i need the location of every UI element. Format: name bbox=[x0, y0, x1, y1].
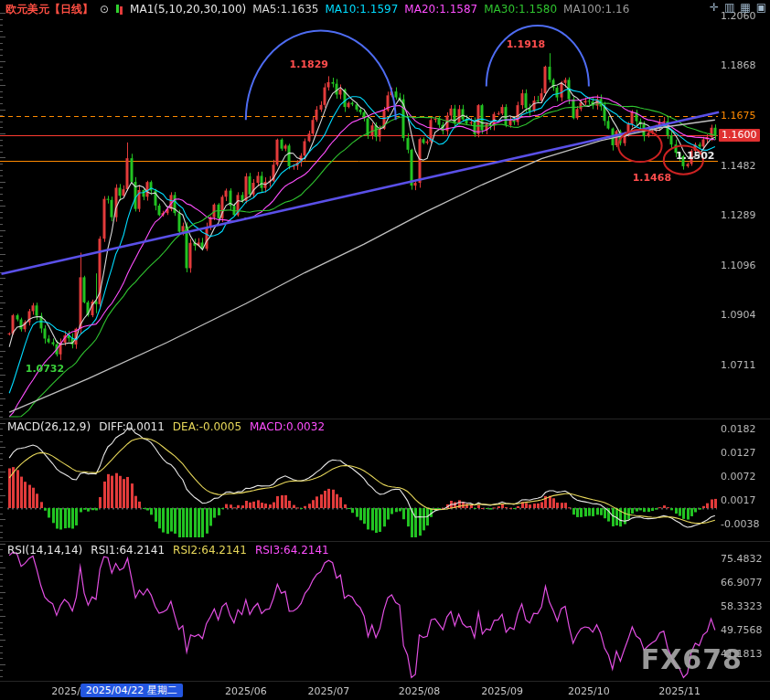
time-axis-label: 2025/06 bbox=[225, 685, 267, 697]
ma-group-label: MA1(5,10,20,30,100) bbox=[130, 3, 246, 16]
chart-application-window: 欧元美元【日线】 ⊙ MA1(5,10,20,30,100) MA5:1.163… bbox=[0, 0, 770, 700]
last-price-tag: 1.1600 bbox=[719, 129, 760, 142]
chart-header: 欧元美元【日线】 ⊙ MA1(5,10,20,30,100) MA5:1.163… bbox=[5, 2, 629, 16]
rsi-axis-label: 66.9077 bbox=[721, 578, 763, 589]
price-annotation: 1.1468 bbox=[633, 172, 671, 184]
price-annotation: 1.1502 bbox=[676, 150, 714, 162]
selected-date-label: 2025/04/22 星期二 bbox=[80, 684, 183, 697]
ma20-value: MA20:1.1587 bbox=[404, 3, 477, 16]
price-axis-label: 1.1868 bbox=[721, 60, 756, 71]
rsi-params-label: RSI(14,14,14) bbox=[7, 544, 82, 557]
ma5-value: MA5:1.1635 bbox=[252, 3, 318, 16]
candlestick-icon bbox=[115, 4, 123, 15]
price-axis-label: 1.1289 bbox=[721, 210, 756, 221]
rsi-header: RSI(14,14,14) RSI1:64.2141 RSI2:64.2141 … bbox=[7, 544, 329, 557]
macd-axis-label: 0.0127 bbox=[721, 448, 756, 459]
price-axis-label: 1.0904 bbox=[721, 310, 756, 321]
price-annotation: 1.1829 bbox=[290, 58, 328, 69]
time-axis-label: 2025/08 bbox=[399, 685, 441, 697]
macd-axis-label: 0.0182 bbox=[721, 424, 756, 435]
macd-diff-value: DIFF:0.0011 bbox=[99, 420, 165, 433]
ma30-value: MA30:1.1580 bbox=[484, 3, 557, 16]
price-axis-label: 1.1675 bbox=[721, 111, 756, 122]
time-axis-label: 2025/10 bbox=[568, 685, 610, 697]
rsi3-value: RSI3:64.2141 bbox=[255, 544, 329, 557]
rsi2-value: RSI2:64.2141 bbox=[173, 544, 247, 557]
price-annotation: 1.0732 bbox=[26, 363, 64, 375]
price-axis-label: 1.1096 bbox=[721, 260, 756, 271]
macd-axis-label: 0.0017 bbox=[721, 495, 756, 506]
macd-header: MACD(26,12,9) DIFF:0.0011 DEA:-0.0005 MA… bbox=[7, 420, 325, 433]
time-axis-label: 2025/07 bbox=[307, 685, 349, 697]
time-axis-label: 2025/09 bbox=[481, 685, 523, 697]
price-axis-label: 1.1482 bbox=[721, 161, 756, 172]
symbol-title[interactable]: 欧元美元【日线】 bbox=[5, 2, 93, 17]
rsi1-value: RSI1:64.2141 bbox=[91, 544, 165, 557]
price-axis-label: 1.0711 bbox=[721, 360, 756, 371]
macd-hist-value: MACD:0.0032 bbox=[250, 420, 325, 433]
candle-bar-down bbox=[116, 5, 119, 13]
rsi-axis-label: 49.7568 bbox=[721, 625, 763, 636]
columns-icon[interactable]: ▥ bbox=[724, 1, 734, 14]
price-annotation: 1.1918 bbox=[507, 37, 545, 49]
time-axis-label: 2025/11 bbox=[658, 685, 700, 697]
layout-icon[interactable]: ▣ bbox=[756, 1, 766, 14]
eye-icon[interactable]: ⊙ bbox=[100, 3, 109, 16]
crosshair-icon[interactable]: ✛ bbox=[710, 1, 719, 14]
ma10-value: MA10:1.1597 bbox=[325, 3, 398, 16]
macd-params-label: MACD(26,12,9) bbox=[7, 420, 91, 433]
grid-icon[interactable]: ▦ bbox=[740, 1, 750, 14]
candle-bar-up bbox=[120, 6, 123, 15]
macd-axis-label: 0.0072 bbox=[721, 472, 756, 483]
macd-axis-label: -0.0038 bbox=[721, 519, 759, 530]
macd-dea-value: DEA:-0.0005 bbox=[173, 420, 241, 433]
watermark: FX678 bbox=[641, 643, 743, 675]
rsi-axis-label: 75.4832 bbox=[721, 554, 763, 565]
ma100-value: MA100:1.16 bbox=[563, 3, 629, 16]
price-chart-canvas[interactable] bbox=[0, 0, 770, 700]
chart-toolbar: ✛ ▥ ▦ ▣ bbox=[710, 1, 766, 14]
rsi-axis-label: 58.3323 bbox=[721, 601, 763, 612]
